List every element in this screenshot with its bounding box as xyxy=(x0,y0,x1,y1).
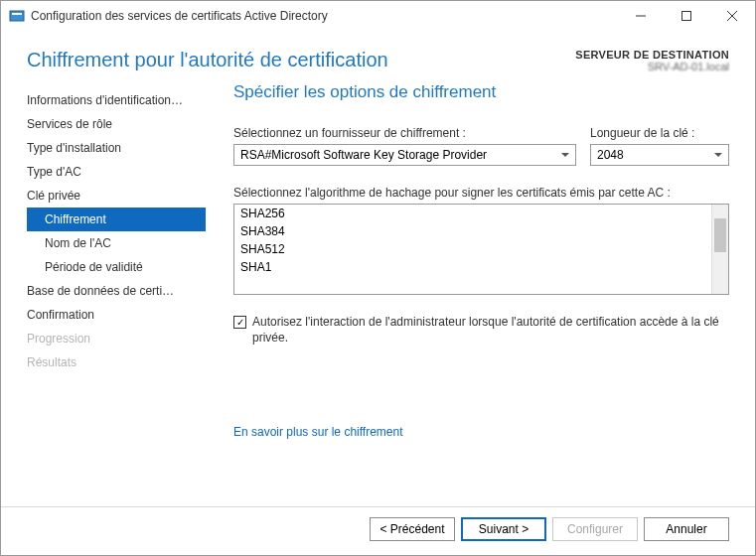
footer: < Précédent Suivant > Configurer Annuler xyxy=(1,506,755,555)
window-controls xyxy=(618,1,755,31)
check-icon: ✓ xyxy=(236,318,244,328)
provider-row: Sélectionnez un fournisseur de chiffreme… xyxy=(233,126,729,166)
hash-items: SHA256SHA384SHA512SHA1 xyxy=(234,205,711,294)
sidebar-item-3[interactable]: Type d'AC xyxy=(27,160,206,184)
sidebar-item-0[interactable]: Informations d'identification… xyxy=(27,88,206,112)
svg-rect-3 xyxy=(682,12,691,21)
provider-label: Sélectionnez un fournisseur de chiffreme… xyxy=(233,126,576,140)
hash-label: Sélectionnez l'algorithme de hachage pou… xyxy=(233,186,729,200)
body: Informations d'identification…Services d… xyxy=(1,82,755,506)
destination-box: SERVEUR DE DESTINATION SRV-AD-01.local xyxy=(575,49,729,72)
svg-rect-0 xyxy=(10,11,24,21)
sidebar-item-2[interactable]: Type d'installation xyxy=(27,136,206,160)
wizard-window: Configuration des services de certificat… xyxy=(0,0,756,556)
keylength-value: 2048 xyxy=(597,148,624,162)
keylength-column: Longueur de la clé : 2048 xyxy=(590,126,729,166)
minimize-button[interactable] xyxy=(618,1,664,31)
keylength-label: Longueur de la clé : xyxy=(590,126,729,140)
keylength-dropdown[interactable]: 2048 xyxy=(590,144,729,166)
next-button[interactable]: Suivant > xyxy=(461,517,546,541)
scroll-thumb[interactable] xyxy=(714,218,726,252)
hash-item-sha1[interactable]: SHA1 xyxy=(234,258,711,276)
svg-rect-1 xyxy=(12,13,22,15)
sidebar-item-7[interactable]: Période de validité xyxy=(27,255,206,279)
header: Chiffrement pour l'autorité de certifica… xyxy=(1,31,755,82)
help-link[interactable]: En savoir plus sur le chiffrement xyxy=(233,425,403,439)
maximize-button[interactable] xyxy=(664,1,709,31)
sidebar-item-9[interactable]: Confirmation xyxy=(27,303,206,327)
sidebar-item-6[interactable]: Nom de l'AC xyxy=(27,231,206,255)
hash-item-sha256[interactable]: SHA256 xyxy=(234,205,711,222)
window-title: Configuration des services de certificat… xyxy=(31,9,618,23)
page-title: Chiffrement pour l'autorité de certifica… xyxy=(27,49,388,71)
sidebar-item-10: Progression xyxy=(27,327,206,350)
provider-column: Sélectionnez un fournisseur de chiffreme… xyxy=(233,126,576,166)
cancel-button[interactable]: Annuler xyxy=(644,517,729,541)
sidebar-item-8[interactable]: Base de données de certi… xyxy=(27,279,206,303)
sidebar-item-11: Résultats xyxy=(27,350,206,374)
hash-item-sha384[interactable]: SHA384 xyxy=(234,222,711,240)
scrollbar[interactable] xyxy=(711,205,728,294)
sidebar: Informations d'identification…Services d… xyxy=(27,82,206,496)
close-button[interactable] xyxy=(709,1,755,31)
app-icon xyxy=(9,8,25,24)
admin-interaction-row: ✓ Autorisez l'interaction de l'administr… xyxy=(233,315,729,346)
admin-interaction-checkbox[interactable]: ✓ xyxy=(233,316,246,329)
content: Spécifier les options de chiffrement Sél… xyxy=(206,82,729,496)
sidebar-item-4[interactable]: Clé privée xyxy=(27,184,206,208)
destination-server: SRV-AD-01.local xyxy=(575,61,729,72)
sidebar-item-1[interactable]: Services de rôle xyxy=(27,112,206,136)
title-bar: Configuration des services de certificat… xyxy=(1,1,755,31)
destination-label: SERVEUR DE DESTINATION xyxy=(575,49,729,61)
provider-value: RSA#Microsoft Software Key Storage Provi… xyxy=(240,148,487,162)
previous-button[interactable]: < Précédent xyxy=(370,517,455,541)
hash-listbox[interactable]: SHA256SHA384SHA512SHA1 xyxy=(233,204,729,295)
sidebar-item-5[interactable]: Chiffrement xyxy=(27,208,206,231)
provider-dropdown[interactable]: RSA#Microsoft Software Key Storage Provi… xyxy=(233,144,576,166)
admin-interaction-label: Autorisez l'interaction de l'administrat… xyxy=(252,315,729,346)
configure-button: Configurer xyxy=(552,517,638,541)
hash-item-sha512[interactable]: SHA512 xyxy=(234,240,711,258)
content-title: Spécifier les options de chiffrement xyxy=(233,82,729,102)
